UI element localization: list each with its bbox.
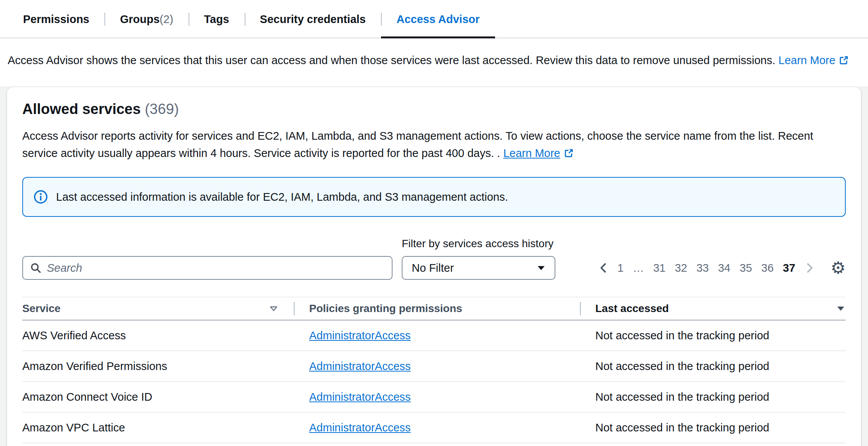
page-ellipsis: …	[629, 262, 648, 274]
external-link-icon	[839, 53, 849, 69]
column-header-policies[interactable]: Policies granting permissions	[294, 302, 580, 315]
intro-description: Access Advisor shows the services that t…	[8, 54, 775, 66]
table-row: Amazon VPC Lattice AdministratorAccess N…	[22, 413, 846, 443]
last-accessed-value: Not accessed in the tracking period	[580, 391, 846, 403]
info-alert: Last accessed information is available f…	[22, 177, 846, 217]
chevron-down-icon	[536, 263, 546, 273]
service-name: Amazon Connect Voice ID	[22, 391, 294, 403]
page-button[interactable]: 31	[649, 262, 669, 274]
table-row: Amazon Connect Voice ID AdministratorAcc…	[22, 382, 846, 413]
intro-text: Access Advisor shows the services that t…	[0, 38, 868, 86]
column-header-service[interactable]: Service	[22, 302, 294, 315]
table-row: Amazon Verified Permissions Administrato…	[22, 351, 846, 382]
page-button[interactable]: 33	[692, 262, 712, 274]
filter-group: Filter by services access history No Fil…	[402, 238, 555, 280]
filter-dropdown[interactable]: No Filter	[402, 256, 555, 280]
sort-icon	[269, 304, 278, 314]
access-advisor-page: Permissions Groups (2) Tags Security cre…	[0, 0, 868, 446]
table-controls: Filter by services access history No Fil…	[22, 238, 846, 280]
filter-selected-value: No Filter	[412, 262, 454, 274]
search-input[interactable]	[22, 256, 393, 280]
tab-groups[interactable]: Groups (2)	[104, 0, 189, 38]
page-button[interactable]: 32	[671, 262, 691, 274]
policy-link[interactable]: AdministratorAccess	[309, 391, 411, 403]
settings-gear-icon[interactable]: ⚙	[831, 259, 846, 276]
tab-label: Permissions	[23, 13, 89, 26]
tab-permissions[interactable]: Permissions	[8, 0, 104, 38]
previous-page-button[interactable]	[595, 262, 612, 274]
filter-label: Filter by services access history	[402, 238, 555, 250]
page-button[interactable]: 1	[614, 262, 628, 274]
search-icon	[30, 262, 41, 274]
last-accessed-value: Not accessed in the tracking period	[580, 421, 846, 434]
tab-label: Tags	[204, 13, 229, 26]
page-button[interactable]: 35	[736, 262, 756, 274]
info-icon	[34, 190, 48, 204]
table-header-row: Service Policies granting permissions La…	[22, 297, 846, 320]
tab-security-credentials[interactable]: Security credentials	[245, 0, 381, 38]
external-link-icon	[564, 146, 574, 163]
tab-access-advisor[interactable]: Access Advisor	[381, 0, 495, 38]
column-divider	[294, 302, 295, 315]
service-name: Amazon Verified Permissions	[22, 360, 294, 373]
tab-label: Security credentials	[260, 13, 366, 26]
next-page-button[interactable]	[801, 262, 818, 274]
table-row: AWS Verified Access AdministratorAccess …	[22, 320, 846, 351]
tab-count: (2)	[160, 13, 173, 26]
last-accessed-value: Not accessed in the tracking period	[580, 329, 846, 342]
panel-learn-more-link[interactable]: Learn More	[503, 147, 573, 159]
last-accessed-value: Not accessed in the tracking period	[580, 360, 846, 373]
tab-label: Access Advisor	[396, 13, 480, 26]
sort-descending-icon	[836, 304, 846, 314]
allowed-services-table: Service Policies granting permissions La…	[22, 297, 846, 443]
policy-link[interactable]: AdministratorAccess	[309, 360, 411, 372]
info-alert-text: Last accessed information is available f…	[56, 191, 508, 203]
pagination: 1 … 31 32 33 34 35 36 37 ⚙	[595, 256, 846, 280]
tab-tags[interactable]: Tags	[189, 0, 245, 38]
page-button[interactable]: 34	[714, 262, 734, 274]
search-box	[22, 256, 393, 280]
column-divider	[580, 302, 581, 315]
column-header-last-accessed[interactable]: Last accessed	[580, 302, 846, 315]
service-name: AWS Verified Access	[22, 329, 294, 342]
page-button[interactable]: 36	[757, 262, 777, 274]
policy-link[interactable]: AdministratorAccess	[309, 421, 411, 434]
allowed-services-panel: Allowed services (369) Access Advisor re…	[7, 87, 861, 446]
tab-label: Groups	[120, 13, 159, 26]
panel-title: Allowed services (369)	[22, 101, 846, 117]
page-button-current[interactable]: 37	[779, 262, 799, 274]
services-count: (369)	[145, 101, 179, 117]
intro-learn-more-link[interactable]: Learn More	[779, 54, 849, 66]
policy-link[interactable]: AdministratorAccess	[309, 329, 411, 342]
content-area: Allowed services (369) Access Advisor re…	[0, 86, 868, 446]
panel-description: Access Advisor reports activity for serv…	[22, 127, 846, 163]
service-name: Amazon VPC Lattice	[22, 421, 294, 434]
tab-bar: Permissions Groups (2) Tags Security cre…	[0, 0, 868, 38]
